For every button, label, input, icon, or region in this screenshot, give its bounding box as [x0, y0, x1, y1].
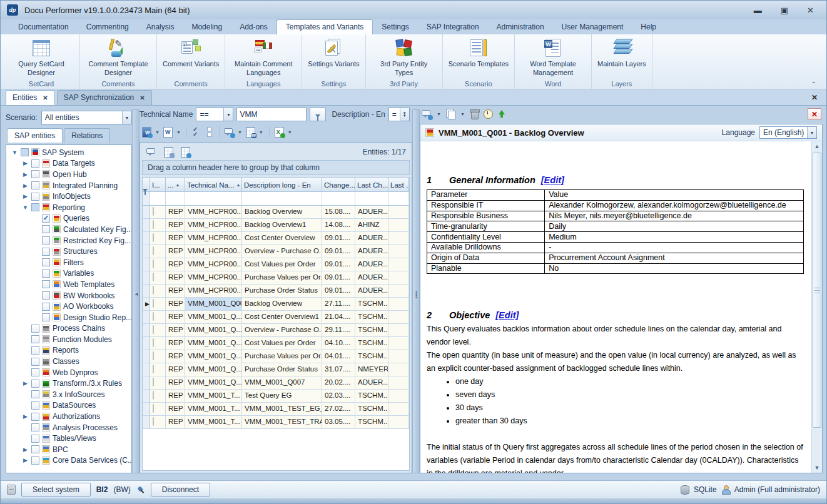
technical-name[interactable]: VMM_HCPR00...: [185, 258, 242, 271]
table-row[interactable]: REPVMM_M001_Q...Cost Center Overview121.…: [143, 311, 409, 324]
tree-item-filters[interactable]: Filters: [6, 257, 131, 268]
table-row[interactable]: REPVMM_HCPR00...Cost Center Overview09.0…: [143, 232, 409, 245]
entity-type-icon-cell[interactable]: [150, 271, 166, 285]
technical-name[interactable]: VMM_HCPR00...: [185, 232, 242, 245]
last-extra[interactable]: [388, 298, 409, 311]
tree-checkbox[interactable]: [31, 346, 39, 355]
tree-checkbox[interactable]: [31, 181, 39, 189]
changed-date[interactable]: 31.07....: [322, 363, 355, 376]
tree-item-datasources[interactable]: DataSources: [6, 400, 131, 411]
ribbon-button-maintain-layers[interactable]: Maintain LayersLayers: [592, 34, 652, 89]
last-extra[interactable]: [388, 376, 409, 390]
technical-name[interactable]: VMM_M001_T...: [185, 403, 242, 416]
row-indicator[interactable]: [143, 258, 150, 271]
changed-date[interactable]: 09.01....: [322, 285, 355, 298]
changed-date[interactable]: 09.01....: [322, 245, 355, 258]
column-header-last-[interactable]: Last ...: [388, 178, 409, 192]
expander-icon[interactable]: ▶: [22, 457, 29, 463]
menu-item-user-management[interactable]: User Management: [553, 20, 632, 34]
entity-type[interactable]: REP: [166, 403, 185, 416]
changed-date[interactable]: 27.11....: [322, 298, 355, 311]
row-indicator[interactable]: [143, 403, 150, 416]
chevron-down-icon[interactable]: ▼: [223, 108, 233, 121]
description[interactable]: Backlog Overview: [242, 206, 322, 219]
description[interactable]: Cost Values per Order: [242, 258, 322, 271]
tree-checkbox[interactable]: [31, 159, 39, 168]
tree-item-analysis-processes[interactable]: Analysis Processes: [6, 422, 131, 433]
column-header-change-[interactable]: Change...: [322, 178, 355, 192]
grid-refresh-icon[interactable]: [180, 146, 191, 158]
ribbon-button-3rd-party-entity-types[interactable]: 3rd Party Entity Types3rd Party: [366, 34, 443, 89]
select-system-button[interactable]: Select system: [21, 483, 91, 496]
tree-item-reports[interactable]: Reports: [6, 345, 131, 356]
close-icon[interactable]: ✕: [807, 6, 814, 14]
last-extra[interactable]: [388, 219, 409, 232]
description[interactable]: Purchase Order Status: [242, 285, 322, 298]
copy-page-icon[interactable]: [445, 108, 457, 120]
row-indicator[interactable]: [143, 206, 150, 219]
menu-item-modeling[interactable]: Modeling: [183, 20, 231, 34]
table-row[interactable]: REPVMM_HCPR00...Purchase Values per Or..…: [143, 271, 409, 285]
tree-item-design-studio-rep-[interactable]: Design Studio Rep...: [6, 312, 131, 323]
tree-checkbox[interactable]: [31, 423, 39, 431]
last-extra[interactable]: [388, 363, 409, 376]
table-row[interactable]: REPVMM_M001_T...VMM_M001_TEST_EG_227.02.…: [143, 403, 409, 416]
last-extra[interactable]: [388, 390, 409, 403]
edit-link[interactable]: [Edit]: [541, 175, 564, 185]
changed-date[interactable]: 03.05....: [322, 416, 355, 429]
last-changed-by[interactable]: TSCHM...: [355, 337, 388, 350]
expander-icon[interactable]: ▶: [22, 413, 29, 420]
entity-type-icon-cell[interactable]: [150, 337, 166, 350]
chevron-down-icon[interactable]: ▼: [435, 112, 443, 116]
last-changed-by[interactable]: ADUER...: [355, 232, 388, 245]
table-row[interactable]: REPVMM_HCPR00...Cost Values per Order09.…: [143, 258, 409, 271]
tree-checkbox[interactable]: [42, 313, 50, 321]
column-header--[interactable]: ...▲: [166, 178, 185, 192]
chevron-down-icon[interactable]: ▼: [122, 111, 131, 124]
ribbon-button-word-template-management[interactable]: WWord Template ManagementWord: [515, 34, 592, 89]
last-changed-by[interactable]: TSCHM...: [355, 390, 388, 403]
last-changed-by[interactable]: ADUER...: [355, 245, 388, 258]
entity-type-icon-cell[interactable]: [150, 324, 166, 337]
tree-checkbox[interactable]: [31, 193, 39, 201]
scenario-select[interactable]: All entities ▼: [41, 111, 132, 124]
last-changed-by[interactable]: ADUER...: [355, 206, 388, 219]
tab-close-icon[interactable]: ✕: [43, 94, 48, 101]
row-indicator[interactable]: [143, 271, 150, 285]
row-indicator[interactable]: [143, 232, 150, 245]
last-extra[interactable]: [388, 416, 409, 429]
expander-icon[interactable]: ▶: [22, 183, 29, 189]
tree-checkbox[interactable]: [31, 170, 39, 178]
tree-checkbox[interactable]: [42, 214, 50, 223]
close-setcard-icon[interactable]: ✕: [808, 108, 821, 120]
table-row[interactable]: REPVMM_M001_Q...Cost Values per Order04.…: [143, 337, 409, 350]
description[interactable]: Backlog Overview1: [242, 219, 322, 232]
last-changed-by[interactable]: TSCHM...: [355, 350, 388, 363]
expander-icon[interactable]: ▶: [22, 446, 29, 453]
entity-type-icon-cell[interactable]: [150, 416, 166, 429]
tree-item-restricted-key-fig-[interactable]: Restricted Key Fig...: [6, 235, 131, 246]
tree-checkbox[interactable]: [42, 248, 50, 256]
tree-checkbox[interactable]: [31, 413, 39, 421]
upload-icon[interactable]: [496, 108, 508, 120]
technical-name[interactable]: VMM_M001_Q...: [185, 311, 242, 324]
ribbon-button-maintain-comment-languages[interactable]: ▪▪▪Maintain Comment LanguagesLanguages: [225, 34, 302, 89]
last-changed-by[interactable]: NMEYER: [355, 363, 388, 376]
chevron-double-down-icon[interactable]: ▼▼: [400, 108, 409, 121]
row-indicator[interactable]: [143, 324, 150, 337]
changed-date[interactable]: 09.01....: [322, 271, 355, 285]
entity-type[interactable]: REP: [166, 271, 185, 285]
description[interactable]: VMM_M001_TEST_EG_2: [242, 403, 322, 416]
row-indicator[interactable]: [143, 245, 150, 258]
table-row[interactable]: ▶REPVMM_M001_Q001Backlog Overview27.11..…: [143, 298, 409, 311]
description[interactable]: Purchase Values per Or...: [242, 271, 322, 285]
filter-cell[interactable]: [322, 192, 355, 206]
tree-checkbox[interactable]: [31, 445, 39, 453]
table-row[interactable]: REPVMM_M001_T...VMM_M001_TEST_TRA...03.0…: [143, 416, 409, 429]
apply-filter-button[interactable]: [310, 108, 326, 121]
tree-checkbox[interactable]: [31, 368, 39, 376]
menu-item-administration[interactable]: Administration: [488, 20, 553, 34]
tab-entities[interactable]: Entities✕: [6, 90, 55, 105]
last-extra[interactable]: [388, 350, 409, 363]
technical-name[interactable]: VMM_M001_Q...: [185, 350, 242, 363]
